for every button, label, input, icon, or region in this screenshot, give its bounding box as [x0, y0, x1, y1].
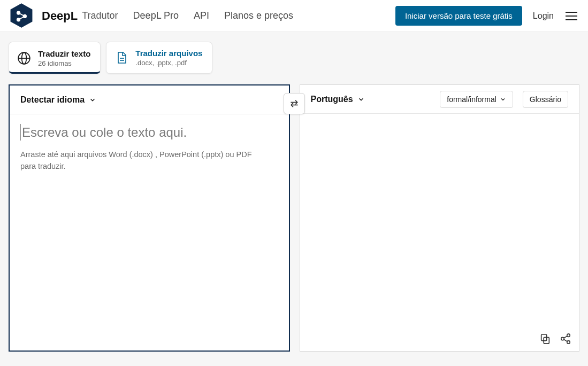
tab-translate-text[interactable]: Traduzir texto 26 idiomas: [9, 42, 101, 74]
svg-point-14: [567, 334, 570, 337]
main-header: DeepL Tradutor DeepL Pro API Planos e pr…: [0, 0, 588, 32]
target-text-area: [300, 114, 579, 351]
glossary-button[interactable]: Glossário: [523, 91, 568, 108]
tab-text-labels: Traduzir texto 26 idiomas: [38, 49, 90, 67]
formality-selector[interactable]: formal/informal: [440, 91, 513, 108]
tab-files-subtitle: .docx, .pptx, .pdf: [135, 59, 202, 67]
copy-icon[interactable]: [539, 333, 551, 345]
target-panel: Português formal/informal Glossário: [300, 84, 580, 352]
tab-text-subtitle: 26 idiomas: [38, 59, 90, 67]
source-text-area[interactable]: Escreva ou cole o texto aqui. Arraste at…: [10, 114, 289, 351]
target-language-selector[interactable]: Português: [311, 95, 365, 104]
nav-api[interactable]: API: [194, 10, 209, 21]
svg-point-16: [567, 341, 570, 344]
swap-icon: [289, 98, 300, 109]
translation-panels: Detectar idioma Escreva ou cole o texto …: [0, 74, 588, 360]
document-icon: [114, 50, 129, 65]
nav-pro[interactable]: DeepL Pro: [133, 10, 179, 21]
globe-icon: [17, 51, 32, 66]
svg-line-17: [564, 336, 567, 338]
source-language-label: Detectar idioma: [20, 95, 85, 105]
mode-tabs: Traduzir texto 26 idiomas Traduzir arqui…: [0, 32, 588, 74]
share-icon[interactable]: [560, 333, 571, 345]
source-panel: Detectar idioma Escreva ou cole o texto …: [9, 84, 290, 352]
target-language-label: Português: [311, 95, 353, 104]
tab-files-labels: Traduzir arquivos .docx, .pptx, .pdf: [135, 49, 202, 67]
target-footer-actions: [539, 333, 571, 345]
chevron-down-icon: [89, 96, 96, 104]
nav-plans[interactable]: Planos e preços: [224, 10, 293, 21]
svg-marker-0: [11, 3, 33, 27]
formality-label: formal/informal: [447, 95, 497, 104]
tab-files-title: Traduzir arquivos: [135, 49, 202, 58]
target-panel-header: Português formal/informal Glossário: [300, 85, 579, 114]
nav-translator[interactable]: Tradutor: [82, 10, 118, 21]
chevron-down-icon: [500, 96, 506, 103]
hamburger-menu-icon[interactable]: [563, 7, 579, 25]
glossary-label: Glossário: [530, 95, 561, 104]
source-panel-header: Detectar idioma: [10, 85, 289, 114]
source-language-selector[interactable]: Detectar idioma: [20, 95, 96, 105]
logo-icon: [9, 3, 34, 29]
svg-point-15: [561, 337, 564, 340]
logo-block[interactable]: DeepL: [9, 3, 78, 29]
tab-translate-files[interactable]: Traduzir arquivos .docx, .pptx, .pdf: [106, 42, 212, 74]
source-drop-hint: Arraste até aqui arquivos Word (.docx) ,…: [20, 149, 266, 173]
swap-languages-button[interactable]: [284, 93, 305, 114]
tab-text-title: Traduzir texto: [38, 49, 90, 58]
brand-name: DeepL: [42, 9, 78, 23]
main-nav: Tradutor DeepL Pro API Planos e preços: [82, 10, 293, 21]
source-placeholder: Escreva ou cole o texto aqui.: [20, 124, 278, 141]
svg-line-18: [564, 339, 567, 341]
chevron-down-icon: [357, 96, 365, 103]
login-link[interactable]: Login: [533, 11, 554, 21]
free-trial-button[interactable]: Iniciar versão para teste grátis: [395, 6, 522, 26]
